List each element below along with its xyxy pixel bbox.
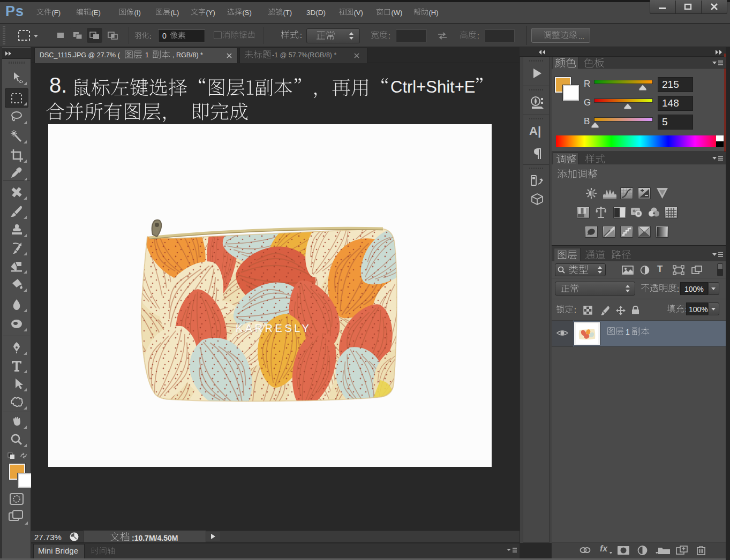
svg-text:KARRESLY: KARRESLY (236, 322, 311, 334)
